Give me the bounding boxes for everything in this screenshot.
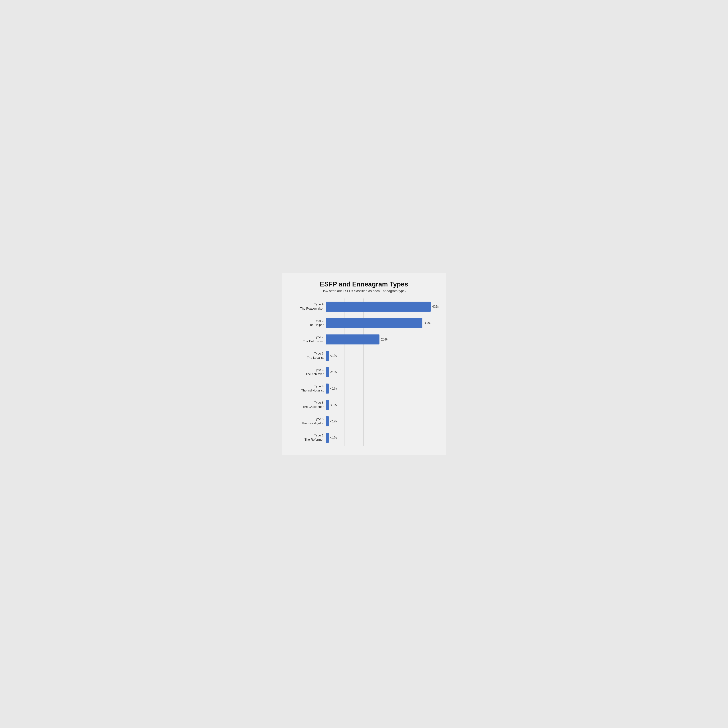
- grid-line: [439, 413, 439, 430]
- plot-area: 36%: [326, 315, 439, 331]
- grid-line: [439, 364, 439, 380]
- bar-row: Type 7The Enthusiast20%: [289, 331, 439, 348]
- bar-value: 42%: [432, 305, 439, 309]
- plot-area: <1%: [326, 430, 439, 446]
- bar-fill: [326, 301, 431, 312]
- plot-area: 20%: [326, 331, 439, 348]
- bar-label: Type 7The Enthusiast: [289, 335, 326, 343]
- bar-value: 36%: [424, 321, 430, 325]
- grid-line: [439, 380, 439, 397]
- bar-fill: [326, 416, 329, 426]
- grid-line: [439, 298, 439, 315]
- bar-row: Type 5The Investigator<1%: [289, 413, 439, 430]
- bar-row: Type 8The Challenger<1%: [289, 397, 439, 413]
- axis-line: [326, 298, 326, 446]
- bar-wrapper: 36%: [326, 318, 439, 328]
- plot-area: <1%: [326, 348, 439, 364]
- bar-label: Type 2The Helper: [289, 319, 326, 327]
- chart-container: ESFP and Enneagram Types How often are E…: [282, 273, 446, 455]
- bar-fill: [326, 367, 329, 377]
- bar-label: Type 9The Peacemaker: [289, 303, 326, 310]
- bar-value: <1%: [330, 354, 337, 358]
- bar-fill: [326, 400, 329, 410]
- bar-value: <1%: [330, 403, 337, 407]
- bar-wrapper: 20%: [326, 334, 439, 344]
- bar-row: Type 4The Individualist<1%: [289, 380, 439, 397]
- bar-value: <1%: [330, 387, 337, 390]
- grid-line: [439, 397, 439, 413]
- bar-row: Type 9The Peacemaker42%: [289, 298, 439, 315]
- grid-line: [439, 315, 439, 331]
- bar-label: Type 8The Challenger: [289, 401, 326, 409]
- bar-value: <1%: [330, 370, 337, 374]
- bar-fill: [326, 384, 329, 393]
- bar-wrapper: <1%: [326, 351, 439, 361]
- grid-line: [439, 430, 439, 446]
- chart-subtitle: How often are ESFPs classified as each E…: [289, 289, 439, 293]
- plot-area: 42%: [326, 298, 439, 315]
- bar-wrapper: <1%: [326, 384, 439, 393]
- grid-line: [439, 331, 439, 348]
- bar-label: Type 3The Achiever: [289, 368, 326, 376]
- plot-area: <1%: [326, 397, 439, 413]
- chart-area: Type 9The Peacemaker42%Type 2The Helper3…: [289, 298, 439, 446]
- bar-fill: [326, 433, 329, 443]
- bar-wrapper: <1%: [326, 433, 439, 443]
- bar-label: Type 6The Loyalist: [289, 352, 326, 359]
- bar-wrapper: <1%: [326, 400, 439, 410]
- bar-row: Type 1The Reformer<1%: [289, 430, 439, 446]
- bar-value: <1%: [330, 436, 337, 439]
- bar-value: <1%: [330, 419, 337, 423]
- plot-area: <1%: [326, 413, 439, 430]
- bar-wrapper: 42%: [326, 301, 439, 312]
- bar-row: Type 3The Achiever<1%: [289, 364, 439, 380]
- bar-row: Type 2The Helper36%: [289, 315, 439, 331]
- bar-wrapper: <1%: [326, 416, 439, 426]
- bar-label: Type 1The Reformer: [289, 434, 326, 442]
- bar-fill: [326, 334, 379, 344]
- chart-title: ESFP and Enneagram Types: [289, 280, 439, 288]
- bar-value: 20%: [381, 337, 387, 341]
- bar-label: Type 4The Individualist: [289, 384, 326, 392]
- plot-area: <1%: [326, 364, 439, 380]
- grid-line: [439, 348, 439, 364]
- bar-fill: [326, 351, 329, 361]
- plot-area: <1%: [326, 380, 439, 397]
- bar-label: Type 5The Investigator: [289, 417, 326, 425]
- bar-wrapper: <1%: [326, 367, 439, 377]
- bar-row: Type 6The Loyalist<1%: [289, 348, 439, 364]
- bar-fill: [326, 318, 422, 328]
